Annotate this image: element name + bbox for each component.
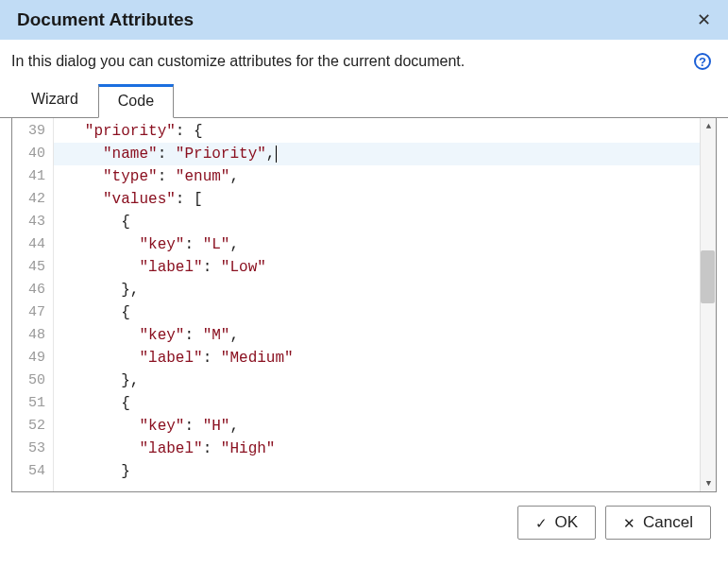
titlebar: Document Attributes ✕	[0, 0, 728, 40]
check-icon: ✓	[535, 516, 548, 530]
code-line[interactable]: "label": "High"	[54, 438, 716, 460]
cancel-button-label: Cancel	[643, 513, 693, 532]
document-attributes-dialog: Document Attributes ✕ In this dialog you…	[0, 0, 728, 567]
line-number: 46	[12, 279, 53, 301]
text-cursor	[276, 146, 277, 163]
dialog-title: Document Attributes	[17, 9, 194, 30]
code-line[interactable]: {	[54, 211, 716, 233]
scroll-thumb[interactable]	[701, 250, 715, 303]
code-line[interactable]: },	[54, 279, 716, 301]
description-row: In this dialog you can customize attribu…	[0, 40, 728, 79]
scroll-up-arrow[interactable]: ▲	[701, 118, 716, 134]
x-icon: ✕	[623, 516, 635, 530]
vertical-scrollbar[interactable]: ▲ ▼	[700, 118, 716, 491]
line-number: 53	[12, 438, 53, 460]
scroll-down-arrow[interactable]: ▼	[701, 475, 716, 491]
code-line[interactable]: "label": "Low"	[54, 256, 716, 279]
close-icon[interactable]: ✕	[694, 9, 713, 30]
code-editor[interactable]: 39404142434445464748495051525354 "priori…	[11, 118, 717, 492]
line-number: 45	[12, 256, 53, 279]
tab-bar: Wizard Code	[0, 83, 728, 118]
code-line[interactable]: {	[54, 392, 716, 415]
line-number: 44	[12, 233, 53, 256]
line-number: 40	[12, 143, 53, 165]
ok-button[interactable]: ✓ OK	[517, 506, 597, 540]
code-line[interactable]: "key": "M",	[54, 324, 716, 347]
code-line[interactable]: "type": "enum",	[54, 165, 716, 188]
code-line[interactable]: },	[54, 369, 716, 392]
line-number: 48	[12, 324, 53, 347]
line-number: 51	[12, 392, 53, 415]
line-number: 49	[12, 347, 53, 369]
code-line[interactable]: "values": [	[54, 188, 716, 211]
dialog-buttons: ✓ OK ✕ Cancel	[0, 492, 728, 540]
help-icon[interactable]: ?	[694, 53, 711, 70]
line-number: 39	[12, 120, 53, 143]
tab-wizard[interactable]: Wizard	[11, 84, 98, 118]
code-line[interactable]: "name": "Priority",	[54, 143, 716, 165]
line-number: 42	[12, 188, 53, 211]
line-number: 43	[12, 211, 53, 233]
line-number: 47	[12, 301, 53, 324]
line-number-gutter: 39404142434445464748495051525354	[12, 118, 54, 491]
code-line[interactable]: }	[54, 460, 716, 483]
code-line[interactable]: "key": "H",	[54, 415, 716, 438]
line-number: 52	[12, 415, 53, 438]
code-line[interactable]: {	[54, 301, 716, 324]
code-line[interactable]: "priority": {	[54, 120, 716, 143]
code-line[interactable]: "label": "Medium"	[54, 347, 716, 369]
line-number: 54	[12, 460, 53, 483]
cancel-button[interactable]: ✕ Cancel	[605, 506, 711, 540]
line-number: 50	[12, 369, 53, 392]
code-line[interactable]: "key": "L",	[54, 233, 716, 256]
line-number: 41	[12, 165, 53, 188]
tab-code[interactable]: Code	[98, 84, 174, 118]
description-text: In this dialog you can customize attribu…	[11, 53, 465, 70]
code-area[interactable]: "priority": { "name": "Priority", "type"…	[54, 118, 716, 491]
ok-button-label: OK	[555, 513, 579, 532]
